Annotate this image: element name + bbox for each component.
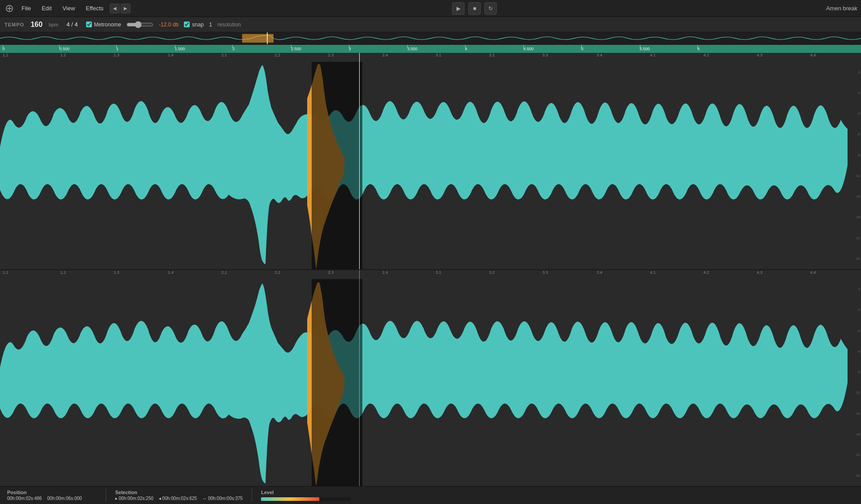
timeline-ruler[interactable]: 0 0.500 1 1.500 2 2.500 3 3.500 4 4.500 … xyxy=(0,45,861,53)
channel2-beat-markers: 1.1 1.2 1.3 1.4 2.1 2.2 2.3 2.4 3.1 3.2 … xyxy=(0,270,861,279)
ruler-mark: 4.500 xyxy=(523,45,534,53)
tempo-label: TEMPO xyxy=(4,22,24,27)
menu-edit[interactable]: Edit xyxy=(37,3,56,13)
waveform-svg-2 xyxy=(0,279,848,487)
ruler-mark: 5 xyxy=(581,45,583,53)
snap-checkbox[interactable] xyxy=(184,22,190,27)
nav-arrows: ◀ ▶ xyxy=(110,4,130,13)
bpm-label: bpm xyxy=(49,22,58,27)
level-section: Level xyxy=(261,490,854,501)
statusbar: Position 00h:00m:02s:486 00h:00m:06s:000… xyxy=(0,486,861,504)
snap-label: snap xyxy=(192,22,204,28)
forward-button[interactable]: ▶ xyxy=(121,4,130,13)
metronome-checkbox[interactable] xyxy=(86,22,92,27)
ruler-mark: 0.500 xyxy=(59,45,70,53)
toolbar: TEMPO 160 bpm 4 / 4 Metronome -12.0 db s… xyxy=(0,17,861,32)
back-button[interactable]: ◀ xyxy=(110,4,120,13)
ruler-marks: 0 0.500 1 1.500 2 2.500 3 3.500 4 4.500 … xyxy=(0,45,861,53)
channel2-scale: 30-3-6-9-12-15-18-21-24 xyxy=(848,279,861,487)
play-button[interactable]: ▶ xyxy=(452,2,465,15)
ruler-mark: 1.500 xyxy=(175,45,185,53)
position-section: Position 00h:00m:02s:486 00h:00m:06s:000 xyxy=(7,490,97,501)
menubar: File Edit View Effects ◀ ▶ ▶ ■ ↻ Amen br… xyxy=(0,0,861,17)
overview-waveform[interactable] xyxy=(0,32,861,45)
ruler-mark: 3.500 xyxy=(407,45,417,53)
loop-button[interactable]: ↻ xyxy=(484,2,497,15)
playhead-2 xyxy=(359,270,360,487)
ruler-mark: 3 xyxy=(349,45,351,53)
playhead-1 xyxy=(359,53,360,269)
channel1-scale: 30-3-6-9-12-15-18-21-24 xyxy=(848,62,861,269)
app-icon xyxy=(4,3,15,14)
channel-2[interactable]: 1.1 1.2 1.3 1.4 2.1 2.2 2.3 2.4 3.1 3.2 … xyxy=(0,270,861,487)
menu-file[interactable]: File xyxy=(17,3,35,13)
status-divider-1 xyxy=(106,489,106,502)
selection-overlay-2 xyxy=(312,279,362,487)
selection-section: Selection ▸ 00h:00m:02s:250 ◂ 00h:00m:02… xyxy=(115,490,243,501)
stop-button[interactable]: ■ xyxy=(468,2,481,15)
tempo-value[interactable]: 160 xyxy=(30,21,43,29)
ruler-mark: 5.500 xyxy=(640,45,650,53)
ruler-mark: 2 xyxy=(232,45,235,53)
position-label: Position xyxy=(7,490,97,495)
ruler-mark: 1 xyxy=(116,45,118,53)
ruler-mark: 4 xyxy=(465,45,467,53)
volume-slider[interactable] xyxy=(126,21,153,28)
waveform-area: 1.1 1.2 1.3 1.4 2.1 2.2 2.3 2.4 3.1 3.2 … xyxy=(0,53,861,486)
resolution-label: resolution xyxy=(217,22,241,28)
level-bar xyxy=(261,497,319,501)
ruler-mark: 0 xyxy=(3,45,5,53)
snap-toggle[interactable]: snap xyxy=(184,22,204,28)
db-value: -12.0 db xyxy=(159,22,178,28)
time-sig[interactable]: 4 / 4 xyxy=(66,21,78,28)
selection-value-1: ▸ 00h:00m:02s:250 xyxy=(115,496,153,501)
selection-overlay-1 xyxy=(312,62,362,269)
position-value-1: 00h:00m:02s:486 xyxy=(7,496,42,501)
selection-value-2: ◂ 00h:00m:02s:625 xyxy=(159,496,197,501)
waveform-svg-1 xyxy=(0,62,848,269)
selection-value-3: ↔ 00h:00m:00s:375 xyxy=(202,496,243,501)
status-divider-2 xyxy=(252,489,252,502)
position-value-2: 00h:00m:06s:000 xyxy=(47,496,82,501)
level-label: Level xyxy=(261,490,854,495)
metronome-toggle[interactable]: Metronome xyxy=(86,22,122,28)
ruler-mark: 2.500 xyxy=(291,45,301,53)
selection-label: Selection xyxy=(115,490,243,495)
menu-view[interactable]: View xyxy=(58,3,79,13)
menu-effects[interactable]: Effects xyxy=(81,3,108,13)
ruler-mark: 6 xyxy=(697,45,700,53)
channel-1[interactable]: 1.1 1.2 1.3 1.4 2.1 2.2 2.3 2.4 3.1 3.2 … xyxy=(0,53,861,269)
level-meter xyxy=(261,497,351,501)
channel1-beat-markers: 1.1 1.2 1.3 1.4 2.1 2.2 2.3 2.4 3.1 3.2 … xyxy=(0,53,861,62)
project-name: Amen break xyxy=(826,5,857,12)
transport-controls: ▶ ■ ↻ xyxy=(452,2,497,15)
metronome-label: Metronome xyxy=(94,22,122,28)
resolution-value: 1 xyxy=(209,22,212,28)
svg-rect-4 xyxy=(242,34,274,43)
